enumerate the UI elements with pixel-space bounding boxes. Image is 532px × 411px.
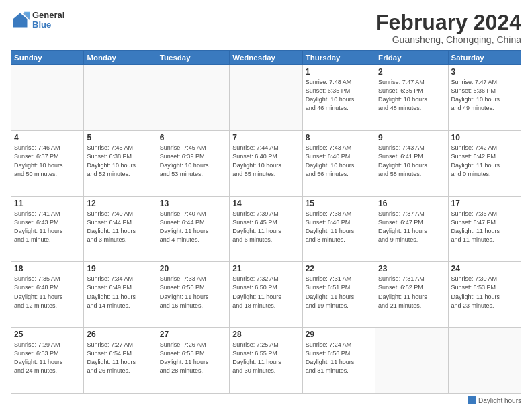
day-number: 2 (378, 67, 445, 77)
calendar-week-row: 11Sunrise: 7:41 AMSunset: 6:43 PMDayligh… (11, 196, 521, 262)
calendar-week-row: 4Sunrise: 7:46 AMSunset: 6:37 PMDaylight… (11, 130, 521, 196)
title-block: February 2024 Guansheng, Chongqing, Chin… (375, 11, 521, 45)
calendar-week-row: 1Sunrise: 7:48 AMSunset: 6:35 PMDaylight… (11, 65, 521, 131)
calendar-cell: 22Sunrise: 7:31 AMSunset: 6:51 PMDayligh… (302, 262, 375, 328)
day-number: 5 (87, 133, 153, 142)
calendar-cell (11, 65, 84, 131)
calendar-cell: 13Sunrise: 7:40 AMSunset: 6:44 PMDayligh… (157, 196, 229, 262)
day-info: Sunrise: 7:31 AMSunset: 6:52 PMDaylight:… (378, 275, 445, 310)
calendar-cell: 29Sunrise: 7:24 AMSunset: 6:56 PMDayligh… (302, 328, 375, 394)
day-number: 28 (232, 330, 299, 339)
calendar-cell: 14Sunrise: 7:39 AMSunset: 6:45 PMDayligh… (230, 196, 302, 262)
calendar-cell: 10Sunrise: 7:42 AMSunset: 6:42 PMDayligh… (448, 130, 521, 196)
day-number: 26 (87, 330, 153, 339)
day-info: Sunrise: 7:33 AMSunset: 6:50 PMDaylight:… (160, 275, 226, 310)
day-info: Sunrise: 7:39 AMSunset: 6:45 PMDaylight:… (232, 210, 299, 244)
page: General Blue February 2024 Guansheng, Ch… (0, 0, 532, 411)
calendar-week-row: 25Sunrise: 7:29 AMSunset: 6:53 PMDayligh… (11, 328, 521, 394)
calendar-cell: 6Sunrise: 7:45 AMSunset: 6:39 PMDaylight… (157, 130, 229, 196)
day-info: Sunrise: 7:45 AMSunset: 6:39 PMDaylight:… (160, 144, 226, 179)
day-number: 21 (232, 264, 299, 273)
day-info: Sunrise: 7:43 AMSunset: 6:41 PMDaylight:… (378, 144, 445, 179)
day-info: Sunrise: 7:42 AMSunset: 6:42 PMDaylight:… (451, 144, 518, 179)
logo-text: General Blue (32, 11, 64, 30)
day-info: Sunrise: 7:27 AMSunset: 6:54 PMDaylight:… (87, 340, 153, 375)
day-number: 7 (232, 133, 299, 142)
day-number: 19 (87, 264, 153, 273)
calendar-cell: 9Sunrise: 7:43 AMSunset: 6:41 PMDaylight… (375, 130, 448, 196)
day-info: Sunrise: 7:47 AMSunset: 6:36 PMDaylight:… (451, 78, 518, 113)
day-number: 25 (14, 330, 81, 339)
day-number: 29 (306, 330, 372, 339)
calendar-cell: 18Sunrise: 7:35 AMSunset: 6:48 PMDayligh… (11, 262, 84, 328)
calendar-cell: 16Sunrise: 7:37 AMSunset: 6:47 PMDayligh… (375, 196, 448, 262)
day-info: Sunrise: 7:37 AMSunset: 6:47 PMDaylight:… (378, 210, 445, 244)
calendar-cell: 21Sunrise: 7:32 AMSunset: 6:50 PMDayligh… (230, 262, 302, 328)
weekday-header: Thursday (302, 51, 375, 65)
day-number: 4 (14, 133, 81, 142)
day-number: 14 (232, 199, 299, 208)
day-info: Sunrise: 7:41 AMSunset: 6:43 PMDaylight:… (14, 210, 81, 244)
day-info: Sunrise: 7:43 AMSunset: 6:40 PMDaylight:… (306, 144, 372, 179)
legend-color-box (468, 396, 476, 404)
day-number: 15 (306, 199, 372, 208)
calendar-week-row: 18Sunrise: 7:35 AMSunset: 6:48 PMDayligh… (11, 262, 521, 328)
month-title: February 2024 (375, 11, 521, 34)
calendar-cell: 12Sunrise: 7:40 AMSunset: 6:44 PMDayligh… (84, 196, 157, 262)
calendar-cell: 15Sunrise: 7:38 AMSunset: 6:46 PMDayligh… (302, 196, 375, 262)
day-info: Sunrise: 7:38 AMSunset: 6:46 PMDaylight:… (306, 210, 372, 244)
day-number: 24 (451, 264, 518, 273)
calendar-cell: 26Sunrise: 7:27 AMSunset: 6:54 PMDayligh… (84, 328, 157, 394)
day-info: Sunrise: 7:29 AMSunset: 6:53 PMDaylight:… (14, 340, 81, 375)
calendar-cell: 2Sunrise: 7:47 AMSunset: 6:35 PMDaylight… (375, 65, 448, 131)
day-number: 10 (451, 133, 518, 142)
day-number: 1 (306, 67, 372, 77)
logo-general-text: General (32, 11, 64, 20)
day-info: Sunrise: 7:36 AMSunset: 6:47 PMDaylight:… (451, 210, 518, 244)
calendar-cell: 11Sunrise: 7:41 AMSunset: 6:43 PMDayligh… (11, 196, 84, 262)
logo: General Blue (11, 11, 64, 30)
day-info: Sunrise: 7:46 AMSunset: 6:37 PMDaylight:… (14, 144, 81, 179)
calendar-cell: 19Sunrise: 7:34 AMSunset: 6:49 PMDayligh… (84, 262, 157, 328)
calendar-cell: 1Sunrise: 7:48 AMSunset: 6:35 PMDaylight… (302, 65, 375, 131)
weekday-header: Saturday (448, 51, 521, 65)
day-number: 23 (378, 264, 445, 273)
day-number: 17 (451, 199, 518, 208)
logo-icon (11, 11, 30, 30)
day-info: Sunrise: 7:40 AMSunset: 6:44 PMDaylight:… (87, 210, 153, 244)
day-number: 8 (306, 133, 372, 142)
calendar-cell (448, 328, 521, 394)
calendar-cell: 28Sunrise: 7:25 AMSunset: 6:55 PMDayligh… (230, 328, 302, 394)
day-info: Sunrise: 7:30 AMSunset: 6:53 PMDaylight:… (451, 275, 518, 310)
day-info: Sunrise: 7:24 AMSunset: 6:56 PMDaylight:… (306, 340, 372, 375)
day-number: 22 (306, 264, 372, 273)
calendar-cell: 5Sunrise: 7:45 AMSunset: 6:38 PMDaylight… (84, 130, 157, 196)
calendar-cell (157, 65, 229, 131)
calendar-cell: 24Sunrise: 7:30 AMSunset: 6:53 PMDayligh… (448, 262, 521, 328)
day-info: Sunrise: 7:48 AMSunset: 6:35 PMDaylight:… (306, 78, 372, 113)
weekday-header: Friday (375, 51, 448, 65)
day-info: Sunrise: 7:47 AMSunset: 6:35 PMDaylight:… (378, 78, 445, 113)
day-info: Sunrise: 7:44 AMSunset: 6:40 PMDaylight:… (232, 144, 299, 179)
footer: Daylight hours (11, 396, 521, 404)
weekday-header: Wednesday (230, 51, 302, 65)
day-info: Sunrise: 7:45 AMSunset: 6:38 PMDaylight:… (87, 144, 153, 179)
day-number: 6 (160, 133, 226, 142)
calendar-cell: 20Sunrise: 7:33 AMSunset: 6:50 PMDayligh… (157, 262, 229, 328)
location: Guansheng, Chongqing, China (375, 34, 521, 45)
day-number: 3 (451, 67, 518, 77)
calendar-cell: 17Sunrise: 7:36 AMSunset: 6:47 PMDayligh… (448, 196, 521, 262)
day-info: Sunrise: 7:32 AMSunset: 6:50 PMDaylight:… (232, 275, 299, 310)
calendar-cell: 8Sunrise: 7:43 AMSunset: 6:40 PMDaylight… (302, 130, 375, 196)
weekday-header: Sunday (11, 51, 84, 65)
footer-legend: Daylight hours (468, 396, 521, 404)
day-number: 13 (160, 199, 226, 208)
daylight-label: Daylight hours (478, 397, 521, 404)
day-number: 12 (87, 199, 153, 208)
calendar-cell: 27Sunrise: 7:26 AMSunset: 6:55 PMDayligh… (157, 328, 229, 394)
logo-blue-text: Blue (32, 20, 64, 30)
day-info: Sunrise: 7:34 AMSunset: 6:49 PMDaylight:… (87, 275, 153, 310)
calendar-cell (230, 65, 302, 131)
calendar-cell: 7Sunrise: 7:44 AMSunset: 6:40 PMDaylight… (230, 130, 302, 196)
calendar-cell (84, 65, 157, 131)
